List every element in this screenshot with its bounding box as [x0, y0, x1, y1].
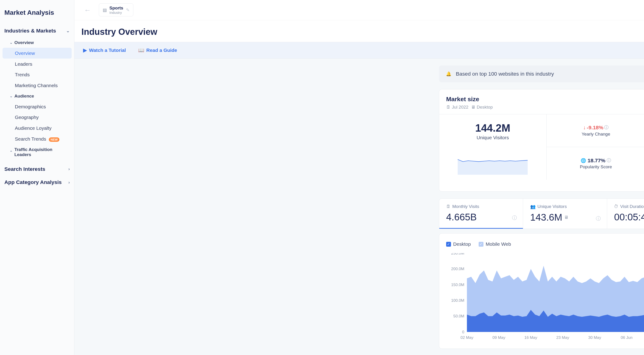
arrow-down-icon: ↓ [583, 125, 586, 131]
yearly-change-label: Yearly Change [582, 132, 610, 137]
info-banner: 🔔 Based on top 100 websites in this indu… [439, 66, 644, 82]
timeseries-chart: 250.0M200.0M150.0M100.0M50.0M002 May09 M… [446, 253, 644, 342]
new-badge: NEW [49, 137, 60, 142]
group-label: Overview [14, 40, 34, 45]
sidebar-section-toggle[interactable]: Industries & Markets ⌄ [0, 24, 74, 37]
back-button[interactable]: ← [81, 4, 94, 16]
unique-visitors-label: Unique Visitors [444, 135, 541, 140]
info-icon[interactable]: ⓘ [607, 157, 611, 163]
sidebar-item-overview[interactable]: Overview [2, 48, 72, 59]
info-icon[interactable]: ⓘ [604, 125, 608, 131]
metric-label: 👥 Unique Visitors [530, 204, 600, 209]
page-title: Industry Overview [81, 27, 157, 37]
watch-tutorial-link[interactable]: ▶ Watch a Tutorial [83, 48, 126, 53]
chevron-right-icon: › [68, 180, 70, 185]
globe-icon: 🌐 [581, 158, 586, 163]
sidebar-item-audience-loyalty[interactable]: Audience Loyalty [2, 123, 72, 134]
metric-tile-monthly-visits[interactable]: 🗓 Monthly Visits4.665Bⓘ [439, 199, 523, 229]
svg-text:23 May: 23 May [556, 335, 569, 340]
svg-text:250.0M: 250.0M [451, 253, 464, 255]
metric-value: 00:05:47 [614, 212, 644, 223]
banner-text: Based on top 100 websites in this indust… [456, 71, 554, 77]
sidebar-item-leaders[interactable]: Leaders [2, 59, 72, 69]
info-icon[interactable]: ⓘ [596, 215, 601, 222]
svg-text:0: 0 [462, 330, 464, 334]
svg-text:09 May: 09 May [492, 335, 506, 340]
popularity-value: 🌐 18.77% ⓘ [581, 157, 611, 164]
chart-legend: ✓ Desktop ✓ Mobile Web [446, 241, 511, 247]
legend-toggle-mobile[interactable]: ✓ Mobile Web [478, 241, 511, 247]
section-label: Search Interests [4, 166, 45, 172]
industry-sub: Industry [110, 11, 123, 15]
metric-tile-unique-visitors[interactable]: 👥 Unique Visitors143.6M🖥ⓘ [523, 199, 607, 229]
industry-icon: ▤ [103, 7, 107, 13]
sidebar-item-search-trends[interactable]: Search Trends NEW [2, 134, 72, 145]
chevron-down-icon: ⌄ [10, 94, 13, 98]
read-guide-link[interactable]: 📖 Read a Guide [138, 48, 177, 53]
metric-value: 4.665B [446, 212, 516, 223]
calendar-icon: 🗓 [446, 105, 450, 110]
svg-text:50.0M: 50.0M [453, 314, 464, 318]
svg-text:200.0M: 200.0M [451, 267, 464, 271]
sidebar-group-overview[interactable]: ⌄ Overview [0, 38, 74, 48]
chevron-up-icon: ⌃ [10, 150, 13, 154]
legend-label: Mobile Web [486, 241, 511, 247]
group-label: Traffic Acquisition Leaders [14, 147, 70, 157]
market-device: Desktop [477, 105, 493, 110]
sidebar: Market Analysis Industries & Markets ⌄ ⌄… [0, 0, 74, 355]
industry-selector[interactable]: ▤ Sports Industry ✎ [99, 4, 133, 16]
metric-tile-visit-duration[interactable]: ⏱ Visit Duration00:05:47ⓘ [607, 199, 644, 229]
chevron-down-icon: ⌄ [10, 41, 13, 45]
app-title: Market Analysis [0, 5, 74, 24]
market-size-card: Market size 🗓 Jul 2022 🖥 Desktop 144.2M … [439, 89, 644, 191]
sidebar-search-interests[interactable]: Search Interests › [0, 163, 74, 176]
item-label: Search Trends [15, 136, 46, 142]
market-date: Jul 2022 [452, 105, 468, 110]
unique-visitors-value: 144.2M [444, 122, 541, 134]
sparkline [458, 153, 528, 175]
book-icon: 📖 [138, 48, 144, 53]
checkbox-checked-icon: ✓ [446, 242, 451, 247]
info-icon[interactable]: ⓘ [512, 215, 517, 221]
svg-text:02 May: 02 May [460, 335, 474, 340]
header-row: Industry Overview 🗓 May 2022 - Jul 2022 … [74, 20, 644, 42]
metric-value: 143.6M🖥 [530, 212, 600, 223]
popularity-label: Popularity Score [580, 164, 612, 169]
timeseries-card: ✓ Desktop ✓ Mobile Web D W [439, 233, 644, 348]
sidebar-app-category-analysis[interactable]: App Category Analysis › [0, 176, 74, 189]
sidebar-group-traffic-acquisition[interactable]: ⌃ Traffic Acquisition Leaders [0, 144, 74, 160]
section-label: App Category Analysis [4, 179, 62, 185]
industry-name: Sports [110, 6, 123, 11]
content-area: 🔔 Based on top 100 websites in this indu… [74, 59, 644, 355]
svg-text:30 May: 30 May [588, 335, 602, 340]
svg-text:100.0M: 100.0M [451, 298, 464, 303]
bell-icon: 🔔 [446, 71, 452, 77]
play-icon: ▶ [83, 48, 87, 53]
sidebar-item-marketing-channels[interactable]: Marketing Channels [2, 80, 72, 91]
main-panel: ← ▤ Sports Industry ✎ Industry Overview … [74, 0, 644, 355]
chevron-right-icon: › [68, 166, 70, 172]
card-title: Market size [446, 96, 638, 103]
sidebar-group-audience[interactable]: ⌄ Audience [0, 91, 74, 101]
chevron-down-icon: ⌄ [66, 28, 70, 34]
checkbox-checked-icon: ✓ [478, 242, 484, 247]
metrics-row: 🗓 Monthly Visits4.665Bⓘ👥 Unique Visitors… [439, 198, 644, 229]
yearly-change-value: ↓ -9.18% ⓘ [583, 125, 608, 131]
help-bar: ▶ Watch a Tutorial 📖 Read a Guide ✕ [74, 42, 644, 59]
sidebar-item-trends[interactable]: Trends [2, 69, 72, 80]
svg-text:150.0M: 150.0M [451, 282, 464, 287]
summary-row: Market size 🗓 Jul 2022 🖥 Desktop 144.2M … [439, 89, 644, 191]
legend-label: Desktop [453, 241, 471, 247]
legend-toggle-desktop[interactable]: ✓ Desktop [446, 241, 471, 247]
desktop-icon: 🖥 [471, 105, 476, 110]
group-label: Audience [14, 94, 34, 99]
popularity-cell: 🌐 18.77% ⓘ Popularity Score [546, 147, 644, 180]
link-label: Watch a Tutorial [89, 48, 126, 53]
metric-label: 🗓 Monthly Visits [446, 204, 516, 209]
sidebar-item-demographics[interactable]: Demographics [2, 101, 72, 112]
sidebar-item-geography[interactable]: Geography [2, 112, 72, 123]
sidebar-section-label: Industries & Markets [4, 28, 56, 34]
pencil-icon[interactable]: ✎ [126, 7, 130, 13]
svg-text:16 May: 16 May [524, 335, 538, 340]
topbar: ← ▤ Sports Industry ✎ [74, 0, 644, 20]
